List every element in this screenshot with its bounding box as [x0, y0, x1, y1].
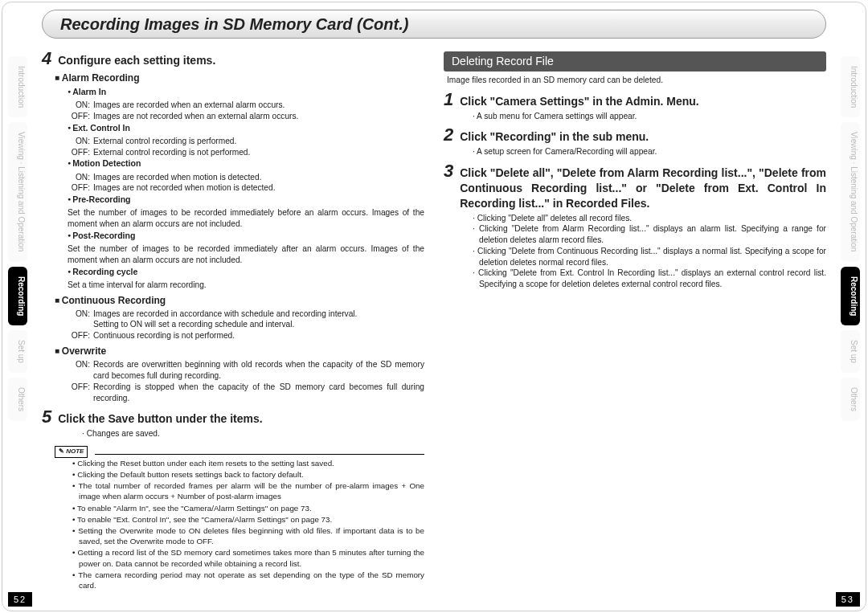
- item-motion: Motion Detection: [68, 157, 424, 169]
- step-r3-sub0: Clicking "Delete all" deletes all record…: [473, 213, 826, 224]
- heading-continuous: Continuous Recording: [55, 294, 424, 307]
- step-r2-text: Click "Recording" in the sub menu.: [460, 126, 649, 145]
- page-number-left: 52: [8, 592, 32, 607]
- section-deleting: Deleting Record File: [444, 51, 826, 72]
- side-tab-viewing: Viewing · Listening and Operation: [8, 122, 27, 261]
- note-item: To enable "Alarm In", see the "Camera/Al…: [72, 503, 424, 513]
- step-r3-sub3: Clicking "Delete from Ext. Control In Re…: [473, 268, 826, 290]
- step-5: 5 Click the Save button under the items.: [42, 408, 424, 427]
- note-item: The total number of recorded frames per …: [72, 480, 424, 501]
- step-4-text: Configure each setting items.: [58, 50, 215, 68]
- note-list: Clicking the Reset button under each ite…: [72, 458, 424, 591]
- heading-overwrite: Overwrite: [55, 345, 424, 358]
- step-r2-desc: A setup screen for Camera/Recording will…: [473, 146, 826, 157]
- alarm-in-desc: ON:Images are recorded when an external …: [68, 100, 424, 122]
- step-r3-sub2: Clicking "Delete from Continuous Recordi…: [473, 246, 826, 268]
- step-r1-text: Click "Camera Settings" in the Admin. Me…: [460, 91, 698, 109]
- content-area: 4 Configure each setting items. Alarm Re…: [42, 45, 826, 589]
- item-ext-control: Ext. Control In: [68, 122, 424, 133]
- item-rec-cycle: Recording cycle: [68, 266, 424, 277]
- right-column: Deleting Record File Image files recorde…: [444, 45, 826, 589]
- overwrite-desc: ON:Records are overwritten beginning wit…: [68, 359, 424, 403]
- note-item: Clicking the Reset button under each ite…: [72, 458, 424, 468]
- side-tab-intro: Introduction: [8, 56, 27, 117]
- ext-control-desc: ON:External control recording is perform…: [68, 136, 424, 158]
- step-5-desc: Changes are saved.: [82, 428, 424, 439]
- step-r2-num: 2: [444, 126, 453, 144]
- side-tab-recording: Recording: [8, 267, 27, 325]
- note-item: Getting a record list of the SD memory c…: [72, 547, 424, 568]
- note-box: NOTE Clicking the Reset button under eac…: [55, 444, 424, 591]
- step-r1: 1 Click "Camera Settings" in the Admin. …: [444, 91, 826, 109]
- step-r3: 3 Click "Delete all", "Delete from Alarm…: [444, 162, 826, 211]
- page-title-bar: Recording Images in SD Memory Card (Cont…: [42, 10, 826, 39]
- left-column: 4 Configure each setting items. Alarm Re…: [42, 45, 424, 589]
- step-5-text: Click the Save button under the items.: [58, 408, 262, 427]
- note-item: The camera recording period may not oper…: [72, 570, 424, 591]
- step-4-num: 4: [42, 50, 51, 67]
- note-item: Setting the Overwrite mode to ON deletes…: [72, 525, 424, 546]
- step-r1-num: 1: [444, 91, 453, 108]
- item-alarm-in: Alarm In: [68, 86, 424, 97]
- note-label: NOTE: [55, 446, 88, 458]
- side-tab-others-r: Others: [841, 378, 860, 421]
- page-title: Recording Images in SD Memory Card (Cont…: [60, 15, 408, 34]
- page-number-right: 53: [836, 592, 860, 607]
- motion-desc: ON:Images are recorded when motion is de…: [68, 172, 424, 194]
- side-tabs-right: Introduction Viewing · Listening and Ope…: [841, 56, 860, 421]
- side-tab-setup: Set up: [8, 330, 27, 373]
- step-4: 4 Configure each setting items.: [42, 50, 424, 68]
- continuous-desc: ON:Images are recorded in accordance wit…: [68, 309, 424, 341]
- side-tab-setup-r: Set up: [841, 330, 860, 373]
- step-5-num: 5: [42, 408, 51, 426]
- pre-rec-desc: Set the number of images to be recorded …: [68, 207, 424, 230]
- side-tab-intro-r: Introduction: [841, 56, 860, 117]
- side-tabs-left: Introduction Viewing · Listening and Ope…: [8, 56, 27, 421]
- heading-alarm-recording: Alarm Recording: [55, 72, 424, 84]
- item-pre-rec: Pre-Recording: [68, 194, 424, 205]
- side-tab-viewing-r: Viewing · Listening and Operation: [841, 122, 860, 261]
- rec-cycle-desc: Set a time interval for alarm recording.: [68, 280, 424, 291]
- step-r2: 2 Click "Recording" in the sub menu.: [444, 126, 826, 145]
- deleting-intro: Image files recorded in an SD memory car…: [447, 75, 826, 86]
- note-divider: [95, 454, 424, 455]
- item-post-rec: Post-Recording: [68, 230, 424, 241]
- note-item: Clicking the Default button resets setti…: [72, 469, 424, 480]
- step-r3-num: 3: [444, 162, 453, 180]
- post-rec-desc: Set the number of images to be recorded …: [68, 243, 424, 266]
- step-r3-sub1: Clicking "Delete from Alarm Recording li…: [473, 223, 826, 246]
- step-r3-text: Click "Delete all", "Delete from Alarm R…: [460, 162, 826, 211]
- note-item: To enable "Ext. Control In", see the "Ca…: [72, 514, 424, 525]
- side-tab-others: Others: [8, 378, 27, 421]
- step-r1-desc: A sub menu for Camera settings will appe…: [473, 111, 826, 122]
- side-tab-recording-r: Recording: [841, 267, 860, 325]
